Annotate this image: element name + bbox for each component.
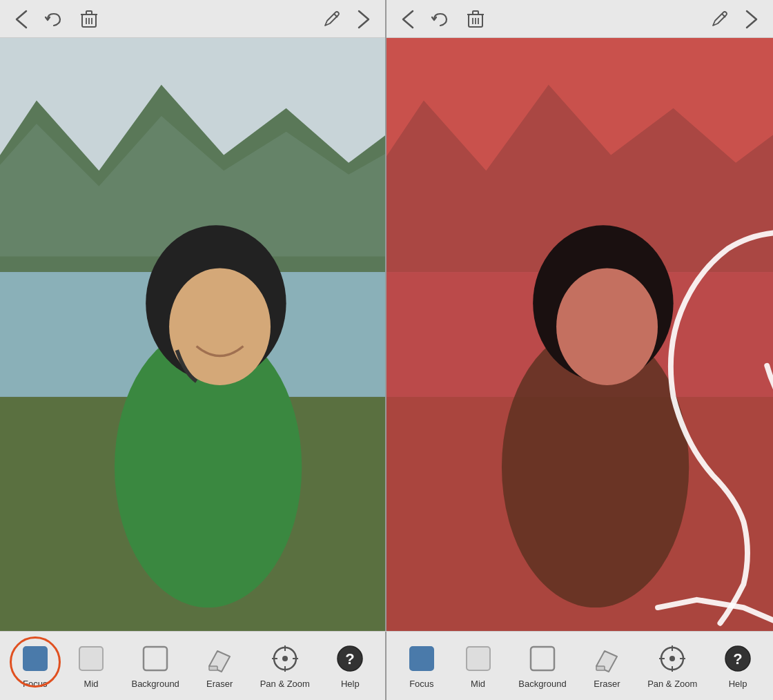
pan-zoom-icon-left xyxy=(269,643,301,674)
focus-icon-left xyxy=(19,643,51,674)
prev-button-left[interactable] xyxy=(7,6,36,33)
background-label-right: Background xyxy=(518,679,566,689)
undo-button-left[interactable] xyxy=(36,6,72,32)
mid-icon-left xyxy=(75,643,107,674)
toolbar-right xyxy=(386,0,773,38)
mid-label-left: Mid xyxy=(84,679,99,689)
pan-zoom-label-left: Pan & Zoom xyxy=(260,679,310,689)
svg-text:?: ? xyxy=(346,650,355,668)
toolbar-right-right-group xyxy=(703,6,766,33)
eraser-label-right: Eraser xyxy=(594,679,620,689)
prev-button-right[interactable] xyxy=(393,6,422,33)
main-content xyxy=(0,38,773,631)
bottom-toolbar-right: Focus Mid Background xyxy=(386,632,773,700)
delete-button-right[interactable] xyxy=(458,6,493,33)
bottom-toolbars: Focus Mid Background xyxy=(0,631,773,700)
top-toolbars xyxy=(0,0,773,38)
svg-rect-32 xyxy=(144,647,167,670)
next-button-right[interactable] xyxy=(737,6,766,33)
focus-tool-left[interactable]: Focus xyxy=(14,640,57,692)
edit-button-right[interactable] xyxy=(703,6,737,32)
eraser-icon-left xyxy=(204,643,235,674)
svg-rect-45 xyxy=(531,647,554,670)
svg-rect-2 xyxy=(86,11,92,14)
background-tool-right[interactable]: Background xyxy=(513,640,571,692)
next-button-left[interactable] xyxy=(349,6,378,33)
mid-tool-right[interactable]: Mid xyxy=(457,640,500,692)
delete-button-left[interactable] xyxy=(72,6,106,33)
pan-zoom-tool-right[interactable]: Pan & Zoom xyxy=(642,640,703,692)
panel-right xyxy=(386,38,773,631)
background-label-left: Background xyxy=(131,679,179,689)
svg-rect-31 xyxy=(79,647,103,670)
help-icon-left: ? xyxy=(334,643,366,674)
help-tool-left[interactable]: ? Help xyxy=(329,640,371,692)
svg-rect-44 xyxy=(467,647,490,670)
mid-tool-left[interactable]: Mid xyxy=(70,640,112,692)
pan-zoom-icon-right xyxy=(656,643,688,674)
pan-zoom-tool-left[interactable]: Pan & Zoom xyxy=(255,640,315,692)
toolbar-left xyxy=(0,0,386,38)
background-icon-left xyxy=(139,643,171,674)
help-tool-right[interactable]: ? Help xyxy=(716,640,759,692)
bottom-toolbar-left: Focus Mid Background xyxy=(0,632,386,700)
eraser-label-left: Eraser xyxy=(206,679,233,689)
panel-left xyxy=(0,38,386,631)
pan-zoom-label-right: Pan & Zoom xyxy=(647,679,697,689)
edit-button-left[interactable] xyxy=(315,6,349,32)
mid-icon-right xyxy=(462,643,494,674)
right-photo xyxy=(386,38,773,631)
svg-rect-34 xyxy=(209,666,217,670)
help-label-right: Help xyxy=(729,679,747,689)
undo-button-right[interactable] xyxy=(422,6,458,32)
svg-text:?: ? xyxy=(733,650,742,668)
svg-rect-47 xyxy=(596,666,605,670)
svg-rect-43 xyxy=(410,647,433,670)
background-icon-right xyxy=(527,643,558,674)
focus-tool-right[interactable]: Focus xyxy=(400,640,443,692)
svg-point-36 xyxy=(282,656,288,661)
eraser-icon-right xyxy=(591,643,623,674)
svg-rect-30 xyxy=(23,647,47,670)
focus-icon-right xyxy=(406,643,438,674)
toolbar-left-right-group xyxy=(315,6,378,33)
background-tool-left[interactable]: Background xyxy=(126,640,184,692)
help-label-left: Help xyxy=(341,679,360,689)
eraser-tool-left[interactable]: Eraser xyxy=(198,640,241,692)
svg-rect-9 xyxy=(473,11,478,14)
left-photo xyxy=(0,38,385,631)
eraser-tool-right[interactable]: Eraser xyxy=(585,640,628,692)
focus-label-right: Focus xyxy=(409,679,433,689)
help-icon-right: ? xyxy=(722,643,754,674)
svg-point-49 xyxy=(669,656,675,661)
mid-label-right: Mid xyxy=(471,679,485,689)
focus-tool-container-left: Focus xyxy=(14,640,57,692)
focus-label-left: Focus xyxy=(23,679,47,689)
svg-point-29 xyxy=(556,268,658,385)
